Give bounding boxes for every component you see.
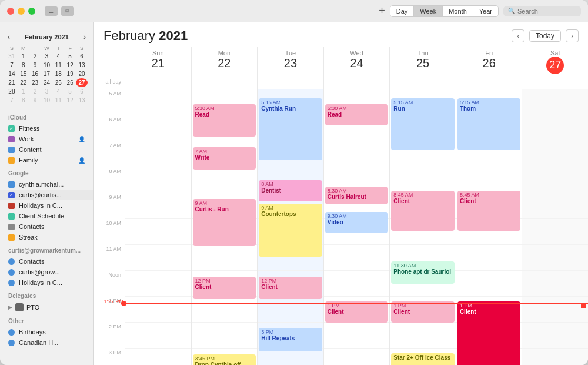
time-column: 5 AM 6 AM 7 AM 8 AM 9 AM 10 AM 11 AM Noo… <box>94 89 125 365</box>
fitness-check: ✓ <box>8 125 15 132</box>
event-thu-client1[interactable]: 8:45 AM Client <box>391 191 455 231</box>
mini-cal-next[interactable]: › <box>82 33 88 41</box>
view-week-button[interactable]: Week <box>414 6 443 16</box>
event-wed-video[interactable]: 9:30 AM Video <box>325 212 389 233</box>
pto-item[interactable]: ▶ PTO <box>0 301 93 313</box>
view-year-button[interactable]: Year <box>473 6 498 16</box>
fullscreen-icon[interactable] <box>28 8 35 15</box>
event-mon-run[interactable]: 9 AM Curtis - Run <box>193 199 256 246</box>
calendar-scroll[interactable]: 5 AM 6 AM 7 AM 8 AM 9 AM 10 AM 11 AM Noo… <box>94 89 588 365</box>
sidebar-item-grow-curtis[interactable]: curtis@grow... <box>0 267 93 277</box>
today-button[interactable]: Today <box>529 30 561 42</box>
sidebar-item-client-schedule[interactable]: Client Schedule <box>0 211 93 221</box>
calendar-area: February 2021 ‹ Today › Sun 21 Mon 22 <box>94 22 588 365</box>
growmark-section-title: curtis@growmarkentum... <box>0 243 93 256</box>
sidebar-item-grow-holidays[interactable]: Holidays in C... <box>0 277 93 288</box>
sidebar-item-work[interactable]: Work 👤 <box>0 134 93 144</box>
event-thu-star[interactable]: Star 2+ Off Ice Class <box>391 353 455 365</box>
event-thu-phone[interactable]: 11:30 AM Phone apt dr Sauriol <box>391 261 455 284</box>
close-icon[interactable] <box>7 8 14 15</box>
time-slot-3pm: 3 PM <box>94 349 125 365</box>
event-tue-run[interactable]: 5:15 AM Cynthia Run <box>259 98 322 160</box>
grow-holidays-label: Holidays in C... <box>19 279 85 286</box>
sidebar-item-gcontacts[interactable]: Contacts <box>0 256 93 267</box>
family-person-icon: 👤 <box>78 157 85 164</box>
event-wed-read[interactable]: 5:30 AM Read <box>325 104 389 125</box>
search-input[interactable] <box>517 8 576 15</box>
calendar-header: February 2021 ‹ Today › <box>94 22 588 47</box>
day-col-sun[interactable] <box>125 89 191 365</box>
search-box[interactable]: 🔍 <box>503 6 581 16</box>
sidebar-item-cynthia[interactable]: cynthia.mchal... <box>0 179 93 190</box>
sidebar-toggle-icon[interactable]: ☰ <box>45 6 58 16</box>
sidebar-item-family[interactable]: Family 👤 <box>0 155 93 165</box>
allday-thu <box>389 77 456 89</box>
grow-curtis-label: curtis@grow... <box>19 268 85 276</box>
allday-sat <box>522 77 588 89</box>
event-thu-client2[interactable]: 1 PM Client <box>391 301 455 323</box>
event-mon-client[interactable]: 12 PM Client <box>193 277 256 299</box>
sidebar-item-curtis[interactable]: ✓ curtis@curtis... <box>0 190 93 200</box>
time-slot-6am: 6 AM <box>94 115 125 141</box>
birthdays-label: Birthdays <box>19 328 85 336</box>
sidebar-item-fitness[interactable]: ✓ Fitness <box>0 123 93 134</box>
delegates-section-title: Delegates <box>0 288 93 301</box>
day-header-wed: Wed 24 <box>323 47 390 77</box>
icloud-section-title: iCloud <box>0 110 93 123</box>
calendar-window: ☰ ✉ + Day Week Month Year 🔍 ‹ <box>0 0 588 365</box>
sidebar-item-canadian[interactable]: Canadian H... <box>0 337 93 348</box>
event-mon-write[interactable]: 7 AM Write <box>193 147 256 170</box>
next-week-button[interactable]: › <box>566 29 579 42</box>
contacts-dot <box>8 224 15 230</box>
time-slot-8am: 8 AM <box>94 167 125 193</box>
day-col-sat[interactable] <box>522 89 588 365</box>
event-fri-client1[interactable]: 8:45 AM Client <box>457 191 521 231</box>
calendar-title: February 2021 <box>103 28 512 44</box>
event-tue-hill[interactable]: 3 PM Hill Repeats <box>259 328 322 351</box>
event-mon-read[interactable]: 5:30 AM Read <box>193 104 256 137</box>
event-fri-client2[interactable]: 1 PM Client <box>457 301 521 365</box>
day-col-fri[interactable]: 5:15 AM Thom 8:45 AM Client 1 PM <box>456 89 522 365</box>
day-col-wed[interactable]: 5:30 AM Read 8:30 AM Curtis Haircut 9:30… <box>323 89 390 365</box>
event-tue-countertops[interactable]: 9 AM Countertops <box>259 204 322 257</box>
add-event-button[interactable]: + <box>379 5 385 17</box>
canadian-dot <box>8 340 15 346</box>
day-col-mon[interactable]: 5:30 AM Read 7 AM Write 9 AM C <box>191 89 258 365</box>
day-col-thu[interactable]: 5:15 AM Run 8:45 AM Client 11:30 AM <box>389 89 456 365</box>
other-section-title: Other <box>0 313 93 327</box>
calendar-grid: 5 AM 6 AM 7 AM 8 AM 9 AM 10 AM 11 AM Noo… <box>94 89 588 365</box>
content-dot <box>8 147 15 153</box>
sidebar-item-streak[interactable]: Streak <box>0 232 93 243</box>
contacts-label: Contacts <box>19 223 85 230</box>
event-wed-client[interactable]: 1 PM Client <box>325 301 389 323</box>
sat-dot <box>581 303 586 308</box>
canadian-label: Canadian H... <box>19 339 85 346</box>
event-tue-dentist[interactable]: 8 AM Dentist <box>259 180 322 201</box>
view-day-button[interactable]: Day <box>390 6 415 16</box>
event-tue-client[interactable]: 12 PM Client <box>259 277 322 299</box>
mini-cal-prev[interactable]: ‹ <box>6 33 12 41</box>
chevron-right-icon: ▶ <box>8 304 12 310</box>
sidebar-item-contacts[interactable]: Contacts <box>0 221 93 232</box>
client-schedule-label: Client Schedule <box>19 213 85 220</box>
day-header-fri: Fri 26 <box>456 47 522 77</box>
allday-row: all-day <box>94 77 588 89</box>
event-thu-run[interactable]: 5:15 AM Run <box>391 98 455 150</box>
allday-tue <box>257 77 323 89</box>
view-month-button[interactable]: Month <box>443 6 473 16</box>
mail-icon[interactable]: ✉ <box>61 6 74 16</box>
prev-week-button[interactable]: ‹ <box>512 29 524 42</box>
content-label: Content <box>19 146 85 153</box>
event-fri-thom[interactable]: 5:15 AM Thom <box>457 98 521 150</box>
streak-label: Streak <box>19 234 85 241</box>
grow-holidays-dot <box>8 280 15 286</box>
day-col-tue[interactable]: 5:15 AM Cynthia Run 8 AM Dentist 9 AM <box>257 89 323 365</box>
sidebar-item-birthdays[interactable]: Birthdays <box>0 327 93 337</box>
event-mon-drop[interactable]: 3:45 PM Drop Cynthia off and... <box>193 354 256 365</box>
minimize-icon[interactable] <box>18 8 25 15</box>
sidebar-item-holidays[interactable]: Holidays in C... <box>0 200 93 211</box>
time-slot-noon: Noon <box>94 271 125 297</box>
sidebar-item-content[interactable]: Content <box>0 144 93 155</box>
titlebar-view-icons: ☰ ✉ <box>45 6 74 16</box>
event-wed-haircut[interactable]: 8:30 AM Curtis Haircut <box>325 187 389 204</box>
